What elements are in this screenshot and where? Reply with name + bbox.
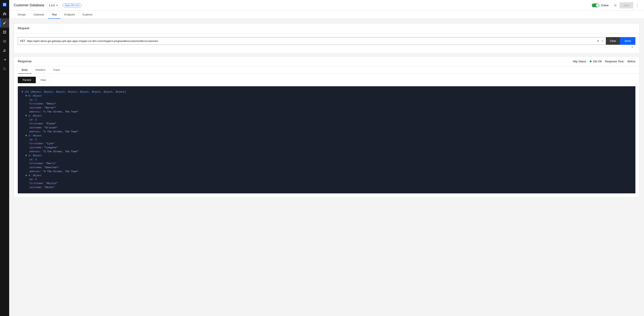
response-tab-headers[interactable]: Headers: [32, 66, 49, 74]
json-line: lastname: "Wicks": [29, 186, 632, 190]
json-line: id: 1: [29, 98, 632, 102]
json-line: lastname: "Gaertner": [29, 166, 632, 170]
tab-gateway[interactable]: Gateway: [30, 11, 48, 19]
svg-point-12: [4, 49, 5, 50]
json-line: firstname: "Lyle": [29, 142, 632, 146]
json-line: lastname: "Ericson": [29, 126, 632, 130]
json-line: ▼ (8) [Object, Object, Object, Object, O…: [22, 90, 632, 94]
http-status: 200 OK: [590, 60, 602, 63]
expand-request[interactable]: [18, 45, 636, 49]
http-method: GET: [20, 40, 26, 42]
openapi-badge[interactable]: Open API v2.0: [62, 4, 82, 7]
sidebar-item-users[interactable]: [0, 46, 9, 55]
svg-rect-3: [4, 5, 4, 6]
json-line: firstname: "Denis": [29, 102, 632, 106]
online-toggle[interactable]: Online: [592, 4, 609, 7]
json-line: id: 3: [29, 138, 632, 142]
chevron-down-icon: [631, 46, 634, 48]
format-raw-button[interactable]: Raw: [36, 77, 51, 83]
url-icons: [596, 40, 604, 42]
response-tab-trace[interactable]: Trace: [49, 66, 64, 74]
response-meta: Http Status: 200 OK Response Time: 664ms: [573, 60, 636, 63]
sidebar-item-design[interactable]: [0, 18, 9, 28]
content-area: Request GET https://apim-demo-gw-gateway…: [9, 19, 644, 316]
sidebar-item-search[interactable]: [0, 64, 9, 74]
sidebar: [0, 0, 9, 316]
format-parsed-button[interactable]: Parsed: [18, 77, 36, 83]
sidebar-item-list[interactable]: [0, 37, 9, 46]
tab-design[interactable]: Design: [14, 11, 30, 19]
tab-test[interactable]: Test: [48, 11, 60, 19]
json-line: ▼ 1: Object: [26, 114, 632, 118]
main-tabs: Design Gateway Test Endpoint Explorer: [9, 11, 644, 19]
json-line: id: 4: [29, 158, 632, 162]
toggle-knob: [596, 4, 599, 7]
clear-button[interactable]: Clear: [606, 37, 620, 45]
json-line: id: 2: [29, 118, 632, 122]
svg-rect-0: [3, 3, 6, 6]
json-line: lastname: "Darner": [29, 106, 632, 110]
svg-rect-11: [3, 42, 6, 42]
clear-url-icon[interactable]: [596, 40, 600, 42]
response-header: Response Http Status: 200 OK Response Ti…: [14, 56, 639, 66]
json-line: ▼ 0: Object: [26, 94, 632, 98]
response-tab-body[interactable]: Body: [18, 66, 32, 74]
json-line: address: "3 The Street, The Town": [29, 150, 632, 154]
svg-rect-6: [5, 30, 6, 32]
expand-url-icon[interactable]: [601, 40, 604, 42]
svg-point-14: [3, 68, 5, 70]
status-dot: [590, 60, 592, 62]
tab-explorer[interactable]: Explorer: [79, 11, 96, 19]
svg-rect-4: [5, 5, 6, 6]
status-code: 200 OK: [593, 60, 602, 63]
svg-rect-10: [3, 41, 6, 42]
online-label: Online: [601, 4, 609, 7]
json-line: firstname: "Gerri": [29, 162, 632, 166]
svg-rect-8: [5, 32, 6, 34]
svg-rect-1: [4, 4, 4, 4]
json-line: ▼ 2: Object: [26, 134, 632, 138]
more-options-icon[interactable]: ⋮: [636, 3, 640, 8]
svg-rect-7: [3, 32, 4, 34]
sidebar-item-home[interactable]: [0, 9, 9, 18]
json-line: address: "4 The Street, The Town": [29, 170, 632, 174]
tab-endpoint[interactable]: Endpoint: [60, 11, 79, 19]
request-url: https://apim-demo-gw-gateway-cp4i-apic.a…: [27, 40, 595, 42]
json-line: address: "1 The Street, The Town": [29, 110, 632, 114]
json-line: firstname: "Willis": [29, 182, 632, 186]
request-section: Request GET https://apim-demo-gw-gateway…: [14, 23, 640, 53]
svg-point-16: [615, 5, 616, 6]
sidebar-item-settings[interactable]: [0, 55, 9, 64]
svg-point-13: [5, 50, 6, 50]
json-line: ▼ 3: Object: [26, 154, 632, 158]
response-time-label: Response Time:: [605, 60, 624, 63]
http-status-label: Http Status:: [573, 60, 587, 63]
send-button[interactable]: Send: [620, 37, 636, 45]
svg-line-15: [5, 70, 6, 70]
json-line: firstname: "Elana": [29, 122, 632, 126]
page-title: Customer Database: [14, 3, 44, 7]
version-selector[interactable]: 1.0.0: [47, 3, 60, 8]
response-time-value: 664ms: [627, 60, 636, 63]
svg-rect-9: [3, 40, 6, 40]
sidebar-nav: [0, 0, 9, 74]
request-title: Request: [14, 24, 639, 33]
json-viewer: ▼ (8) [Object, Object, Object, Object, O…: [18, 86, 636, 194]
json-line: address: "2 The Street, The Town": [29, 130, 632, 134]
response-tabs: Body Headers Trace: [14, 66, 639, 74]
request-body: GET https://apim-demo-gw-gateway-cp4i-ap…: [14, 33, 639, 53]
toggle-switch[interactable]: [592, 4, 600, 7]
url-input-wrapper[interactable]: GET https://apim-demo-gw-gateway-cp4i-ap…: [18, 37, 606, 45]
settings-icon[interactable]: [614, 4, 617, 7]
logo-icon: [0, 0, 9, 9]
response-title: Response: [18, 60, 32, 63]
json-line: lastname: "Longino": [29, 146, 632, 150]
response-section: Response Http Status: 200 OK Response Ti…: [14, 56, 640, 198]
save-button[interactable]: Save: [620, 2, 633, 8]
main-content: Customer Database 1.0.0 Open API v2.0 On…: [9, 0, 644, 316]
header: Customer Database 1.0.0 Open API v2.0 On…: [9, 0, 644, 11]
url-bar: GET https://apim-demo-gw-gateway-cp4i-ap…: [18, 37, 636, 45]
svg-rect-5: [3, 30, 4, 32]
sidebar-item-apps[interactable]: [0, 28, 9, 37]
chevron-down-icon: [56, 4, 58, 6]
